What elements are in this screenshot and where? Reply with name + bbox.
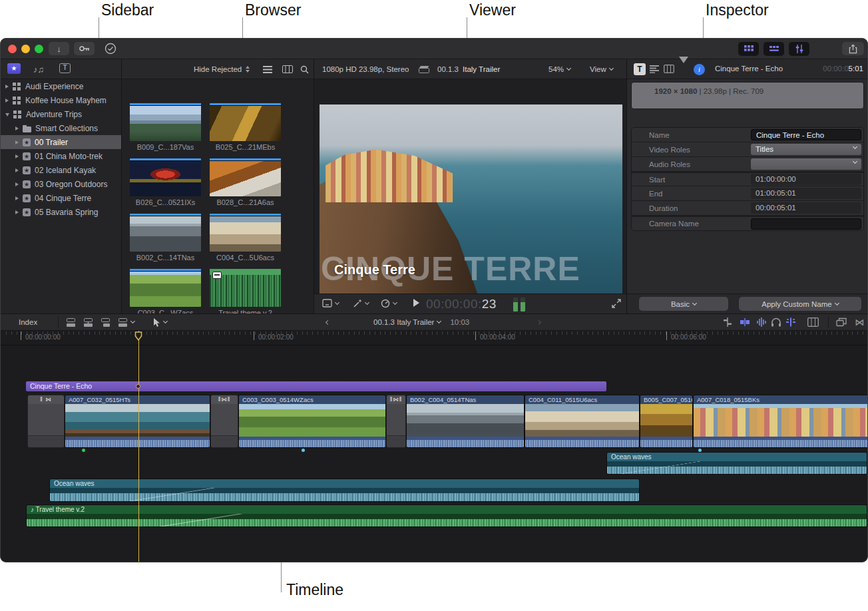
sidebar-item-koffee-house-mayhem[interactable]: Koffee House Mayhem xyxy=(1,93,121,107)
crop-tools-popup[interactable] xyxy=(322,299,339,307)
transition-clip[interactable]: ‖⋈‖ xyxy=(386,395,406,448)
audio-clip-ocean-waves[interactable]: Ocean waves xyxy=(606,452,867,475)
playhead-pin-icon[interactable] xyxy=(134,331,142,341)
share-inspector-tab[interactable] xyxy=(679,63,688,75)
browser-clip-b025-c-21mebs[interactable]: B025_C...21MEbs xyxy=(210,103,281,151)
basic-popup-button[interactable]: Basic xyxy=(639,297,728,311)
audio-clip-travel-theme-v-2[interactable]: ♪ Travel theme v.2 xyxy=(26,505,867,527)
audio-roles-dropdown[interactable] xyxy=(751,158,861,170)
back-button[interactable] xyxy=(326,314,329,330)
timeline-clip-b002-c004-0514tnas[interactable]: B002_C004_0514TNas xyxy=(406,395,525,448)
search-button[interactable] xyxy=(300,59,309,79)
filmstrip-view-button[interactable] xyxy=(282,59,293,79)
clip-thumbnail[interactable] xyxy=(210,214,281,252)
keyword-editor-button[interactable] xyxy=(74,42,95,55)
transition-clip[interactable]: ‖ ⋈ xyxy=(27,395,65,448)
name-input[interactable]: Cinque Terre - Echo xyxy=(751,129,861,140)
disclosure-triangle-icon[interactable] xyxy=(15,140,19,144)
fullscreen-button[interactable] xyxy=(612,299,621,308)
show-timeline-toggle[interactable] xyxy=(763,42,784,56)
timeline-ruler[interactable]: 00:00:00:0000:00:02:0000:00:04:0000:00:0… xyxy=(1,331,868,345)
disclosure-triangle-icon[interactable] xyxy=(15,196,19,200)
close-window-button[interactable] xyxy=(8,45,17,53)
clip-thumbnail[interactable] xyxy=(210,269,281,307)
video-inspector-tab[interactable] xyxy=(664,65,674,73)
browser-clip-c004-c-5u6acs[interactable]: C004_C...5U6acs xyxy=(210,214,281,262)
clip-thumbnail[interactable] xyxy=(210,103,281,141)
timeline-clip-c003-c003-0514wzacs[interactable]: C003_C003_0514WZacs xyxy=(238,395,386,448)
connect-edit-button[interactable] xyxy=(66,314,76,330)
show-inspector-toggle[interactable] xyxy=(789,42,809,56)
clip-thumbnail[interactable] xyxy=(130,269,201,307)
show-browser-toggle[interactable] xyxy=(738,42,759,56)
trim-tool-button[interactable] xyxy=(722,314,733,330)
minimize-window-button[interactable] xyxy=(21,45,30,53)
sidebar-item-adventure-trips[interactable]: Adventure Trips xyxy=(1,107,121,121)
sidebar-item-03-oregon-outdoors[interactable]: 03 Oregon Outdoors xyxy=(1,177,121,191)
clip-thumbnail[interactable] xyxy=(130,214,201,252)
zoom-popup[interactable]: 54% xyxy=(548,59,570,79)
timeline-area[interactable]: 00:00:00:0000:00:02:0000:00:04:0000:00:0… xyxy=(1,331,868,562)
timeline-history-popup[interactable]: 00.1.3 Italy Trailer 10:03 xyxy=(373,314,469,330)
sidebar-item-05-bavaria-spring[interactable]: 05 Bavaria Spring xyxy=(1,205,121,219)
libraries-tab[interactable]: ★ xyxy=(7,63,21,74)
duplicate-view-button[interactable] xyxy=(836,314,847,330)
disclosure-triangle-icon[interactable] xyxy=(5,113,9,116)
sidebar-item-01-china-moto-trek[interactable]: 01 China Moto-trek xyxy=(1,149,121,163)
audio-meter-right[interactable] xyxy=(521,298,525,311)
sidebar-item-00-trailer[interactable]: 00 Trailer xyxy=(1,135,121,149)
overwrite-edit-popup[interactable] xyxy=(118,314,134,330)
background-tasks-button[interactable] xyxy=(101,42,120,55)
enhancements-popup[interactable] xyxy=(353,299,369,308)
browser-clip-b026-c-0521ixs[interactable]: B026_C...0521IXs xyxy=(130,158,201,206)
disclosure-triangle-icon[interactable] xyxy=(15,168,19,172)
timeline-clip-b005-c007-0516d1[interactable]: B005_C007_0516D1… xyxy=(640,395,693,448)
browser-clip-b002-c-14tnas[interactable]: B002_C...14TNas xyxy=(130,214,201,262)
titles-generators-tab[interactable]: T xyxy=(59,63,71,73)
sidebar-item-02-iceland-kayak[interactable]: 02 Iceland Kayak xyxy=(1,163,121,177)
browser-clip-b009-c-187vas[interactable]: B009_C...187Vas xyxy=(130,103,201,151)
insert-edit-button[interactable] xyxy=(83,314,93,330)
clip-appearance-button[interactable] xyxy=(263,59,272,79)
append-edit-button[interactable] xyxy=(101,314,110,330)
browser-clip-b028-c-21a6as[interactable]: B028_C...21A6as xyxy=(210,158,281,206)
start-value[interactable]: 01:00:00:00 xyxy=(751,174,861,185)
precision-editor-button[interactable] xyxy=(740,314,750,330)
audio-skimming-button[interactable] xyxy=(756,314,767,330)
snapping-button[interactable] xyxy=(807,314,819,330)
info-inspector-tab[interactable]: i xyxy=(694,64,705,75)
retime-popup[interactable] xyxy=(381,299,397,308)
sidebar-item-04-cinque-terre[interactable]: 04 Cinque Terre xyxy=(1,191,121,205)
disclosure-triangle-icon[interactable] xyxy=(15,126,19,130)
clip-thumbnail[interactable] xyxy=(130,103,201,141)
disclosure-triangle-icon[interactable] xyxy=(5,85,9,89)
playhead[interactable] xyxy=(138,331,139,562)
duration-value[interactable]: 00:00:05:01 xyxy=(751,202,861,214)
view-popup[interactable]: View xyxy=(590,59,613,79)
clip-thumbnail[interactable] xyxy=(210,158,281,196)
timeline-clip-a007-c018-0515bks[interactable]: A007_C018_0515BKs xyxy=(693,395,868,448)
share-button[interactable] xyxy=(842,42,864,55)
index-button[interactable]: Index xyxy=(19,314,37,330)
disclosure-triangle-icon[interactable] xyxy=(5,99,9,102)
apply-custom-name-button[interactable]: Apply Custom Name xyxy=(739,297,861,311)
disclosure-triangle-icon[interactable] xyxy=(15,154,19,158)
disclosure-triangle-icon[interactable] xyxy=(15,210,19,214)
sidebar-item-audi-experience[interactable]: Audi Experience xyxy=(1,79,121,93)
skimming-button[interactable] xyxy=(785,314,796,330)
timeline-clip-c004-c011-0515u6acs[interactable]: C004_C011_0515U6acs xyxy=(525,395,640,448)
play-button[interactable] xyxy=(413,299,419,307)
solo-button[interactable] xyxy=(771,314,781,330)
photos-audio-tab[interactable]: ♪♫ xyxy=(33,65,44,75)
zoom-window-button[interactable] xyxy=(35,45,43,53)
title-inspector-tab[interactable]: T xyxy=(634,63,646,75)
import-media-button[interactable]: ↓ xyxy=(49,42,69,55)
text-inspector-tab[interactable] xyxy=(650,65,659,73)
browser-clip-c003-c-wzacs[interactable]: C003_C...WZacs xyxy=(130,269,201,317)
camera-name-input[interactable] xyxy=(751,218,861,230)
timeline-clip-a007-c032-0515hts[interactable]: A007_C032_0515HTs xyxy=(65,395,210,448)
disclosure-triangle-icon[interactable] xyxy=(15,182,19,186)
browser-clip-travel-theme-v-2[interactable]: Travel theme v.2 xyxy=(210,269,281,317)
video-roles-dropdown[interactable]: Titles xyxy=(751,144,861,155)
transition-clip[interactable]: ‖⋈‖ xyxy=(210,395,238,448)
